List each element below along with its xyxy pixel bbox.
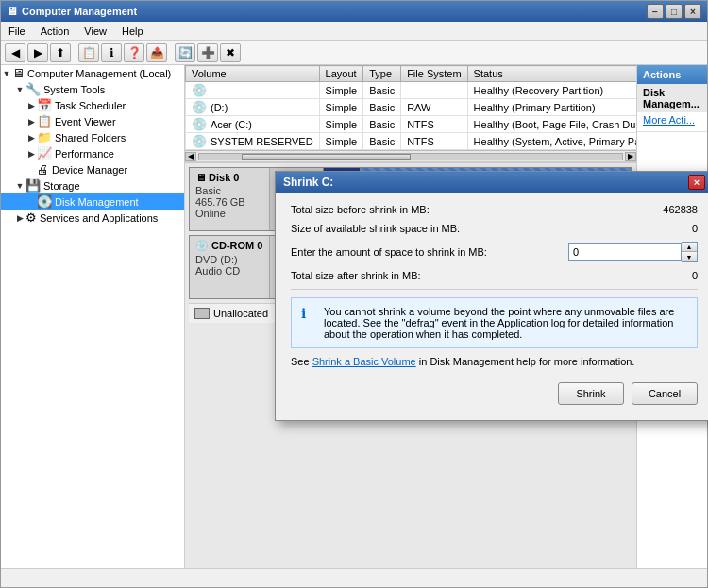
shrink-amount-input[interactable]: [568, 243, 682, 261]
expand-icon: ▼: [1, 69, 12, 78]
delete-button[interactable]: ✖: [220, 43, 241, 62]
sidebar-label: Services and Applications: [40, 212, 158, 224]
sidebar-item-system-tools[interactable]: ▼ 🔧 System Tools: [1, 81, 184, 97]
dialog-body: Total size before shrink in MB: 462838 S…: [276, 193, 708, 420]
sidebar-item-device-manager[interactable]: 🖨 Device Manager: [1, 161, 184, 177]
sidebar-label: Computer Management (Local): [27, 68, 171, 79]
sidebar-label: System Tools: [43, 84, 105, 95]
dialog-row-shrink-amount: Enter the amount of space to shrink in M…: [291, 242, 698, 262]
menu-action[interactable]: Action: [33, 24, 77, 39]
menu-view[interactable]: View: [76, 24, 114, 39]
minimize-button[interactable]: −: [647, 4, 664, 19]
sidebar-label: Performance: [55, 148, 114, 160]
app-icon: 🖥: [7, 5, 18, 18]
volume-table: Volume Layout Type File System Status 💿 …: [185, 65, 636, 150]
menu-file[interactable]: File: [1, 24, 33, 39]
dialog-close-button[interactable]: ×: [688, 175, 705, 190]
shrink-button[interactable]: Shrink: [558, 382, 624, 405]
disk-label-0: 🖥 Disk 0 Basic 465.76 GB Online: [190, 168, 270, 230]
cdrom-audio: Audio CD: [195, 265, 263, 277]
action-link-more[interactable]: More Acti...: [637, 112, 707, 127]
action-section-title[interactable]: Disk Managem...: [637, 84, 707, 112]
scroll-thumb[interactable]: [242, 154, 411, 160]
expand-icon: ▼: [14, 181, 25, 191]
help-button[interactable]: ❓: [124, 43, 144, 62]
sidebar-label: Storage: [43, 180, 80, 192]
disk-size: 465.76 GB: [195, 196, 263, 208]
scroll-right-btn[interactable]: ▶: [625, 152, 636, 161]
back-button[interactable]: ◀: [5, 43, 25, 62]
sidebar-item-disk-management[interactable]: 💽 Disk Management: [1, 193, 184, 210]
expand-icon: ▶: [25, 117, 37, 126]
cancel-button[interactable]: Cancel: [632, 382, 698, 405]
refresh-button[interactable]: 🔄: [175, 43, 195, 62]
cell-status: Healthy (Recovery Partition): [467, 82, 636, 99]
info-box: ℹ You cannot shrink a volume beyond the …: [291, 297, 698, 348]
cell-filesystem: NTFS: [401, 116, 467, 133]
table-row[interactable]: 💿Acer (C:) Simple Basic NTFS Healthy (Bo…: [186, 116, 637, 133]
disk-name: 🖥 Disk 0: [195, 172, 263, 183]
up-button[interactable]: ⬆: [50, 43, 71, 62]
expand-icon: ▼: [14, 85, 25, 94]
forward-button[interactable]: ▶: [27, 43, 48, 62]
spinner-down-btn[interactable]: ▼: [682, 252, 697, 261]
maximize-button[interactable]: □: [666, 4, 683, 19]
label-available: Size of available shrink space in MB:: [291, 223, 584, 234]
table-row[interactable]: 💿SYSTEM RESERVED Simple Basic NTFS Healt…: [186, 133, 637, 150]
spinner-up-btn[interactable]: ▲: [682, 243, 697, 252]
scroll-track[interactable]: [198, 153, 623, 160]
sidebar-label: Shared Folders: [55, 132, 126, 143]
expand-icon: ▶: [25, 149, 37, 159]
new-button[interactable]: ➕: [197, 43, 218, 62]
device-icon: 🖨: [37, 162, 49, 176]
properties-button[interactable]: ℹ: [101, 43, 122, 62]
event-icon: 📋: [37, 114, 52, 128]
sidebar-label: Device Manager: [52, 164, 127, 176]
main-window: 🖥 Computer Management − □ × File Action …: [0, 0, 708, 588]
dialog-row-available: Size of available shrink space in MB: 0: [291, 223, 698, 234]
table-row[interactable]: 💿 Simple Basic Healthy (Recovery Partiti…: [186, 82, 637, 99]
dialog-row-after-size: Total size after shrink in MB: 0: [291, 270, 698, 281]
sidebar-item-services[interactable]: ▶ ⚙ Services and Applications: [1, 210, 184, 226]
shrink-input-row: ▲ ▼: [568, 242, 698, 262]
menu-help[interactable]: Help: [114, 24, 151, 39]
col-type: Type: [363, 66, 401, 82]
sidebar-item-event-viewer[interactable]: ▶ 📋 Event Viewer: [1, 113, 184, 129]
cell-filesystem: [401, 82, 467, 99]
table-row[interactable]: 💿(D:) Simple Basic RAW Healthy (Primary …: [186, 99, 637, 116]
title-bar-buttons: − □ ×: [647, 4, 701, 19]
sidebar-item-computer-management[interactable]: ▼ 🖥 Computer Management (Local): [1, 65, 184, 81]
cdrom-type: DVD (D:): [195, 254, 263, 265]
shrink-help-link[interactable]: Shrink a Basic Volume: [312, 356, 416, 367]
legend-color-unallocated: [194, 308, 210, 319]
export-button[interactable]: 📤: [146, 43, 167, 62]
expand-icon: ▶: [14, 213, 25, 223]
scroll-left-btn[interactable]: ◀: [185, 152, 196, 161]
col-status: Status: [467, 66, 636, 82]
cell-volume: 💿Acer (C:): [186, 116, 320, 133]
info-text: You cannot shrink a volume beyond the po…: [324, 306, 687, 340]
services-icon: ⚙: [25, 210, 37, 225]
value-total-size: 462838: [584, 204, 698, 215]
sidebar-item-shared-folders[interactable]: ▶ 📁 Shared Folders: [1, 129, 184, 145]
task-icon: 📅: [37, 98, 52, 112]
legend-unallocated: Unallocated: [194, 308, 268, 319]
value-after-size: 0: [584, 270, 698, 281]
info-icon: ℹ: [301, 306, 316, 321]
cell-layout: Simple: [319, 82, 363, 99]
actions-header: Actions: [637, 65, 707, 84]
cell-filesystem: RAW: [401, 99, 467, 116]
disk-type: Basic: [195, 185, 263, 196]
sidebar-item-task-scheduler[interactable]: ▶ 📅 Task Scheduler: [1, 97, 184, 113]
show-hide-button[interactable]: 📋: [78, 43, 99, 62]
close-button[interactable]: ×: [684, 4, 701, 19]
sidebar-item-performance[interactable]: ▶ 📈 Performance: [1, 145, 184, 161]
label-shrink-amount: Enter the amount of space to shrink in M…: [291, 246, 568, 258]
dialog-buttons: Shrink Cancel: [291, 375, 698, 409]
cell-status: Healthy (System, Active, Primary Partiti…: [467, 133, 636, 150]
sidebar-item-storage[interactable]: ▼ 💾 Storage: [1, 177, 184, 193]
horizontal-scrollbar[interactable]: ◀ ▶: [185, 150, 636, 161]
toolbar: ◀ ▶ ⬆ 📋 ℹ ❓ 📤 🔄 ➕ ✖: [1, 41, 707, 65]
cdrom-name: 💿 CD-ROM 0: [195, 240, 263, 252]
sidebar: ▼ 🖥 Computer Management (Local) ▼ 🔧 Syst…: [1, 65, 185, 568]
